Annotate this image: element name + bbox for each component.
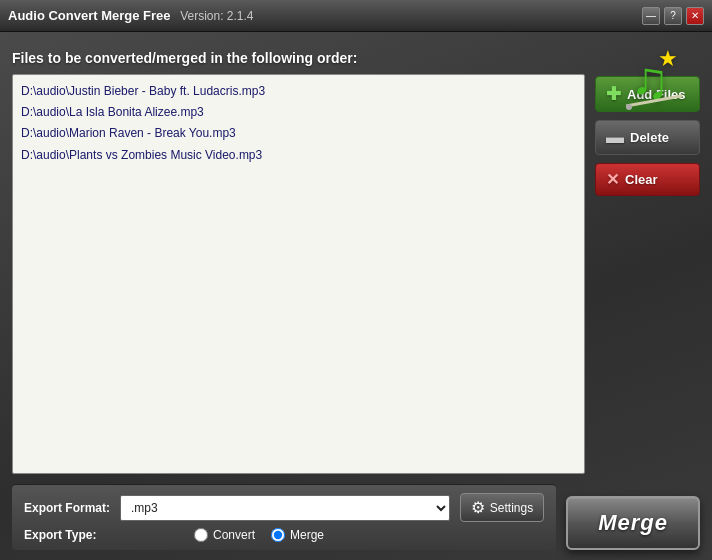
file-list[interactable]: D:\audio\Justin Bieber - Baby ft. Ludacr… xyxy=(12,74,585,474)
window-controls: — ? ✕ xyxy=(642,7,704,25)
star-icon: ★ xyxy=(658,46,678,72)
delete-button[interactable]: ▬ Delete xyxy=(595,120,700,155)
settings-label: Settings xyxy=(490,501,533,515)
list-item: D:\audio\La Isla Bonita Alizee.mp3 xyxy=(19,102,578,123)
radio-merge[interactable]: Merge xyxy=(271,528,324,542)
app-title: Audio Convert Merge Free Version: 2.1.4 xyxy=(8,8,642,23)
bottom-section: Export Format: .mp3.wav.ogg.flac.aac.wma… xyxy=(12,484,700,550)
clear-label: Clear xyxy=(625,172,658,187)
x-icon: ✕ xyxy=(606,170,619,189)
merge-label: Merge xyxy=(598,510,668,535)
export-format-select[interactable]: .mp3.wav.ogg.flac.aac.wma xyxy=(120,495,450,521)
bottom-area: Export Format: .mp3.wav.ogg.flac.aac.wma… xyxy=(12,484,556,550)
header-label: Files to be converted/merged in the foll… xyxy=(12,50,700,66)
export-type-radio-group: Convert Merge xyxy=(194,528,324,542)
radio-convert[interactable]: Convert xyxy=(194,528,255,542)
content-area: D:\audio\Justin Bieber - Baby ft. Ludacr… xyxy=(12,74,700,474)
merge-button[interactable]: Merge xyxy=(566,496,700,550)
settings-button[interactable]: ⚙ Settings xyxy=(460,493,544,522)
logo-area: ♫ ★ xyxy=(600,40,700,120)
wand-icon xyxy=(626,94,686,110)
svg-point-1 xyxy=(626,104,632,110)
radio-merge-label: Merge xyxy=(290,528,324,542)
close-button[interactable]: ✕ xyxy=(686,7,704,25)
minimize-button[interactable]: — xyxy=(642,7,660,25)
gear-icon: ⚙ xyxy=(471,498,485,517)
help-button[interactable]: ? xyxy=(664,7,682,25)
export-type-row: Export Type: Convert Merge xyxy=(24,528,544,542)
radio-merge-input[interactable] xyxy=(271,528,285,542)
main-container: ♫ ★ Files to be converted/merged in the … xyxy=(0,32,712,560)
list-item: D:\audio\Marion Raven - Break You.mp3 xyxy=(19,123,578,144)
delete-label: Delete xyxy=(630,130,669,145)
app-title-text: Audio Convert Merge Free xyxy=(8,8,171,23)
clear-button[interactable]: ✕ Clear xyxy=(595,163,700,196)
side-buttons: ✚ Add Files ▬ Delete ✕ Clear xyxy=(595,74,700,474)
radio-convert-input[interactable] xyxy=(194,528,208,542)
export-format-label: Export Format: xyxy=(24,501,110,515)
bottom-left: Export Format: .mp3.wav.ogg.flac.aac.wma… xyxy=(12,484,556,550)
export-format-row: Export Format: .mp3.wav.ogg.flac.aac.wma… xyxy=(24,493,544,522)
radio-convert-label: Convert xyxy=(213,528,255,542)
list-item: D:\audio\Plants vs Zombies Music Video.m… xyxy=(19,145,578,166)
svg-line-0 xyxy=(626,96,681,106)
minus-icon: ▬ xyxy=(606,127,624,148)
titlebar: Audio Convert Merge Free Version: 2.1.4 … xyxy=(0,0,712,32)
list-item: D:\audio\Justin Bieber - Baby ft. Ludacr… xyxy=(19,81,578,102)
export-type-label: Export Type: xyxy=(24,528,104,542)
app-version: Version: 2.1.4 xyxy=(180,9,253,23)
